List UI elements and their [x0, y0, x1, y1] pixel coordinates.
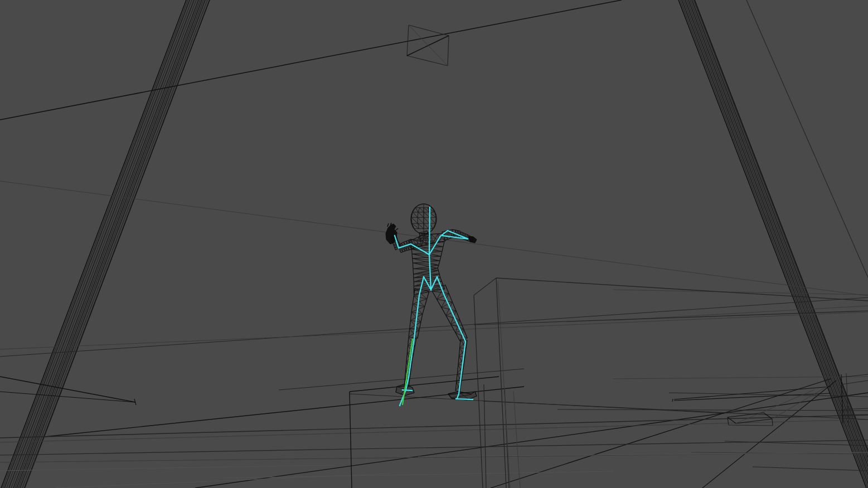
env-line	[0, 377, 135, 402]
skeleton-bone-foot-right[interactable]	[456, 399, 473, 399]
mesh-hand-left-finger	[395, 228, 398, 231]
env-line	[842, 380, 868, 384]
env-line	[195, 393, 868, 488]
env-line	[0, 0, 622, 120]
mesh-hand-right	[468, 236, 477, 243]
camera-gizmo[interactable]	[407, 25, 449, 66]
left-pillar-line	[25, 0, 210, 488]
camera-gizmo-diagonal	[407, 36, 449, 56]
env-line	[672, 399, 673, 402]
env-line	[491, 379, 831, 488]
mesh-head	[418, 217, 424, 223]
left-pillar-line	[22, 0, 207, 488]
mesh-head	[411, 217, 418, 223]
left-pillar-line	[15, 0, 200, 488]
mesh-head	[415, 208, 418, 212]
env-line	[0, 312, 868, 349]
env-line	[350, 392, 352, 488]
camera-gizmo-diagonal	[409, 25, 448, 66]
skeleton-bone-spine-upper[interactable]	[429, 207, 430, 255]
env-line	[702, 380, 836, 488]
mesh-head	[424, 223, 428, 228]
left-pillar-line	[13, 0, 198, 488]
left-pillar-line	[1, 0, 186, 488]
left-pillar-line	[17, 0, 202, 488]
left-pillar-line	[11, 0, 196, 488]
env-line	[498, 281, 510, 488]
character-mesh[interactable]	[386, 204, 477, 400]
mesh-head	[413, 212, 418, 217]
mesh-head	[418, 208, 420, 212]
left-pillar-line	[3, 0, 188, 488]
env-line	[753, 467, 868, 471]
mesh-head	[424, 217, 430, 223]
env-line	[613, 290, 868, 295]
left-pillar-line	[18, 0, 203, 488]
env-line	[474, 278, 496, 295]
mesh-head	[430, 217, 435, 223]
env-line	[613, 306, 868, 320]
env-line	[772, 419, 773, 426]
environment-wireframe	[0, 0, 868, 488]
mesh-torso	[413, 261, 440, 263]
mesh-torso	[413, 256, 441, 258]
left-pillar-line	[20, 0, 205, 488]
left-pillar-line	[7, 0, 192, 488]
viewport-3d-canvas[interactable]	[0, 0, 868, 488]
mesh-head	[418, 212, 418, 217]
viewport-3d-stage	[0, 0, 868, 488]
mesh-r-shin	[460, 339, 467, 340]
env-line	[725, 441, 868, 446]
mesh-shoulders	[431, 234, 433, 243]
env-line	[772, 384, 831, 419]
env-line	[484, 384, 486, 488]
env-line	[0, 392, 135, 402]
mesh-head	[424, 212, 430, 217]
env-line	[350, 377, 499, 392]
skeleton-bone-foot-left[interactable]	[403, 390, 412, 391]
env-line	[0, 297, 868, 357]
env-line	[0, 465, 334, 471]
mesh-head	[420, 208, 424, 212]
mesh-head	[418, 212, 424, 217]
env-line	[513, 391, 520, 488]
env-line	[0, 415, 868, 438]
mesh-hand-left-finger	[387, 223, 389, 227]
env-line	[557, 409, 868, 411]
env-line	[746, 0, 868, 277]
env-line	[729, 425, 773, 426]
env-line	[223, 471, 613, 478]
mesh-l-thigh	[413, 299, 426, 304]
left-pillar-line	[4, 0, 190, 488]
mesh-l-thigh	[414, 291, 429, 296]
left-pillar-line	[9, 0, 194, 488]
env-line	[496, 278, 868, 301]
